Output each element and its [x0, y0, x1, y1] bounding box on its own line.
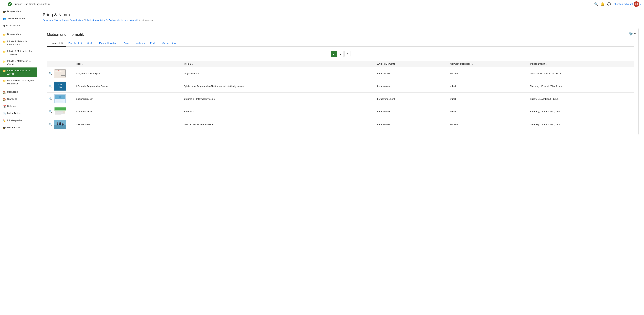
sidebar-item-bring-nimm-top[interactable]: 🎓 Bring & Nimm — [0, 8, 37, 15]
tab-eintrag[interactable]: Eintrag hinzufügen — [96, 40, 121, 47]
svg-point-26 — [57, 122, 58, 124]
grid-icon: ⊞ — [3, 24, 5, 28]
sidebar-item-bewertungen[interactable]: ⊞ Bewertungen — [0, 22, 37, 30]
breadcrumb-inhalte-3[interactable]: Inhalte & Materialien 3. Zyklus — [85, 19, 115, 21]
th-titel[interactable]: Titel ⌄ — [74, 61, 182, 67]
nav-right: 🔍 🔔 💬 Christian Schlegel CS ▾ — [594, 1, 641, 7]
svg-rect-13 — [56, 101, 62, 101]
tab-listenansicht[interactable]: Listenansicht — [47, 40, 66, 47]
sidebar: 🎓 Bring & Nimm 👥 Teilnehmer/innen ⊞ Bewe… — [0, 8, 37, 315]
sidebar-item-teilnehmer[interactable]: 👥 Teilnehmer/innen — [0, 15, 37, 22]
thumbnail-biber — [54, 107, 66, 116]
sidebar-item-inhalte-1-2[interactable]: 📁 Inhalte & Materialien 1. / 2. Klasse — [0, 48, 37, 58]
svg-rect-21 — [55, 114, 62, 115]
sidebar-item-label: Inhalte & Materialien 1. / 2. Klasse — [7, 50, 34, 56]
search-icon[interactable]: 🔍 — [49, 110, 52, 113]
th-art[interactable]: Art des Elements ⌄ — [375, 61, 448, 67]
sidebar-item-inhaltsspeicher[interactable]: ✏️ Inhaltsspeicher — [0, 117, 37, 124]
websters-image — [54, 120, 66, 129]
shield-icon — [8, 2, 12, 7]
search-icon[interactable]: 🔍 — [594, 2, 598, 6]
search-icon[interactable]: 🔍 — [49, 123, 52, 126]
user-menu[interactable]: Christian Schlegel CS ▾ — [614, 1, 641, 7]
cell-datum: Saturday, 18. April 2020, 11:10 — [528, 105, 634, 118]
sidebar-item-startseite[interactable]: 🏠 Startseite — [0, 96, 37, 103]
tab-export[interactable]: Export — [121, 40, 133, 47]
sort-icon: ⌄ — [82, 63, 83, 65]
user-name: Christian Schlegel — [614, 3, 633, 6]
sidebar-item-meine-kurse[interactable]: 🎓 Meine Kurse — [0, 124, 37, 131]
sidebar-item-label: Meine Kurse — [7, 126, 20, 129]
cell-thema: Informatik – Informatiksysteme — [182, 93, 375, 105]
sidebar-item-label: Teilnehmer/innen — [7, 17, 25, 20]
cell-schwierig: mittel — [448, 105, 528, 118]
sort-icon: ⌄ — [546, 63, 548, 65]
th-schwierig[interactable]: Schwierigkeitsgrad ⌄ — [448, 61, 528, 67]
sidebar-item-inhalte-kinder[interactable]: 📁 Inhalte & Materialien Kindergarten — [0, 38, 37, 48]
sidebar-item-inhalte-3[interactable]: 📁 Inhalte & Materialien 3. Zyklus — [0, 68, 37, 77]
tab-vorlagen[interactable]: Vorlagen — [133, 40, 147, 47]
tab-felder[interactable]: Felder — [148, 40, 160, 47]
breadcrumb-sep-3: / — [84, 19, 85, 21]
search-icon[interactable]: 🔍 — [49, 72, 52, 75]
page-next-button[interactable]: » — [344, 51, 350, 57]
dashboard-icon: 🏠 — [3, 91, 6, 94]
thumbnail-hour: HOUR OF CODE — [54, 82, 66, 91]
app-title: Support- und Beratungsplattform — [14, 3, 50, 6]
courses-icon: 🎓 — [3, 126, 6, 130]
sidebar-item-dashboard[interactable]: 🏠 Dashboard — [0, 89, 37, 96]
cell-art: Lernbaustein — [375, 67, 448, 80]
sidebar-item-nicht-unterricht[interactable]: 📁 Nicht unterrichtsbezogene Materialien — [0, 77, 37, 87]
page-title: Bring & Nimm — [43, 12, 638, 18]
tab-suche[interactable]: Suche — [84, 40, 96, 47]
th-datum[interactable]: Upload Datum ⌄ — [528, 61, 634, 67]
cell-art: Lernbaustein — [375, 118, 448, 131]
sidebar-item-label: Bewertungen — [6, 24, 20, 27]
cell-thema: Geschichten aus dem Internet — [182, 118, 375, 131]
folder-icon: 📁 — [3, 60, 6, 63]
code-label: CODE — [58, 87, 62, 89]
sidebar-item-label: Bring & Nimm — [7, 10, 21, 13]
th-thema[interactable]: Thema ⌄ — [182, 61, 375, 67]
breadcrumb-bring-nimm[interactable]: Bring & Nimm — [70, 19, 83, 21]
page-1-button[interactable]: 1 — [331, 51, 337, 57]
table-header: Titel ⌄ Thema ⌄ Art des Elements ⌄ Schwi… — [47, 61, 634, 67]
file-icon: 📄 — [3, 112, 6, 115]
search-icon[interactable]: 🔍 — [49, 85, 52, 88]
gear-icon[interactable]: ⚙️ ▾ — [629, 32, 636, 36]
search-icon[interactable]: 🔍 — [49, 97, 52, 101]
hamburger-menu[interactable]: ☰ — [3, 2, 6, 6]
cell-thumb: 🔍 HOUR OF CODE — [47, 80, 74, 93]
svg-point-28 — [60, 122, 61, 123]
tab-vorlagensaetze[interactable]: Vorlagensätze — [160, 40, 180, 47]
chat-icon[interactable]: 💬 — [607, 2, 611, 6]
calendar-icon: 📅 — [3, 105, 6, 108]
table-row: 🔍 — [47, 93, 634, 105]
page-2-button[interactable]: 2 — [338, 51, 344, 57]
data-table: Titel ⌄ Thema ⌄ Art des Elements ⌄ Schwi… — [47, 61, 634, 131]
cell-thumb: 🔍 — [47, 93, 74, 105]
breadcrumb-sep-2: / — [68, 19, 69, 21]
svg-point-11 — [59, 96, 62, 98]
tab-einzelansicht[interactable]: Einzelansicht — [66, 40, 85, 47]
svg-rect-17 — [54, 108, 66, 111]
folder-icon: 📁 — [3, 33, 6, 37]
cell-schwierig: mittel — [448, 93, 528, 105]
notification-icon[interactable]: 🔔 — [601, 2, 604, 6]
thumbnail-labyrinth — [54, 69, 66, 78]
sidebar-item-kalender[interactable]: 📅 Kalender — [0, 103, 37, 110]
page-header: Bring & Nimm Dashboard / Meine Kurse / B… — [43, 12, 638, 21]
sidebar-item-meine-dateien[interactable]: 📄 Meine Dateien — [0, 110, 37, 117]
sidebar-item-bring-nimm[interactable]: 📁 Bring & Nimm — [0, 31, 37, 38]
breadcrumb-medien[interactable]: Medien und Informatik — [117, 19, 138, 21]
cell-datum: Thursday, 16. April 2020, 11:49 — [528, 80, 634, 93]
sidebar-item-label: Inhalte & Materialien Kindergarten — [7, 40, 34, 46]
sidebar-item-inhalte-2[interactable]: 📁 Inhalte & Materialien 2. Zyklus — [0, 58, 37, 68]
breadcrumb-meine-kurse[interactable]: Meine Kurse — [56, 19, 68, 21]
cell-art: Lernarrangement — [375, 93, 448, 105]
svg-rect-14 — [56, 102, 63, 102]
speicher-image — [54, 94, 66, 103]
cell-schwierig: einfach — [448, 67, 528, 80]
cell-schwierig: mittel — [448, 80, 528, 93]
breadcrumb-dashboard[interactable]: Dashboard — [43, 19, 54, 21]
